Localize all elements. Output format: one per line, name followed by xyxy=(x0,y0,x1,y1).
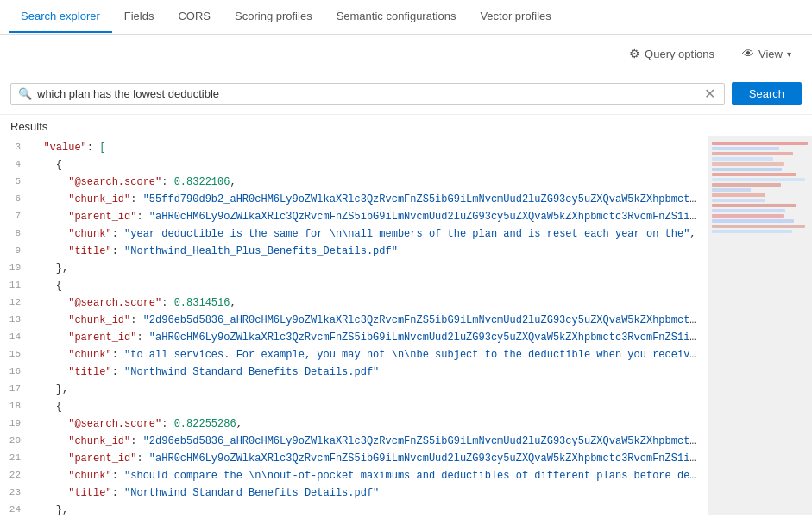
line-content: "chunk_id": "55ffd790d9b2_aHR0cHM6Ly9oZW… xyxy=(31,192,702,208)
line-content: "@search.score": 0.82255286, xyxy=(31,416,242,433)
line-number: 9 xyxy=(7,244,31,259)
preview-line xyxy=(712,162,784,166)
line-number: 17 xyxy=(7,382,31,397)
search-input-wrapper: 🔍 ✕ xyxy=(10,83,725,105)
line-number: 16 xyxy=(7,364,31,380)
tab-search-explorer[interactable]: Search explorer xyxy=(9,1,112,33)
line-number: 23 xyxy=(7,485,31,501)
code-area[interactable]: 3 "value": [4 {5 "@search.score": 0.8322… xyxy=(0,136,708,515)
preview-line xyxy=(712,219,794,223)
code-line: 14 "parent_id": "aHR0cHM6Ly9oZWlkaXRlc3Q… xyxy=(0,330,708,347)
line-content: "chunk": "year deductible is the same fo… xyxy=(31,226,696,243)
preview-line xyxy=(712,142,808,145)
preview-line xyxy=(712,225,805,228)
preview-panel xyxy=(708,136,812,515)
code-line: 4 { xyxy=(0,157,708,174)
code-line: 5 "@search.score": 0.8322106, xyxy=(0,174,708,192)
line-content: "title": "Northwind_Standard_Benefits_De… xyxy=(31,485,379,502)
line-content: }, xyxy=(31,261,68,277)
results-label: Results xyxy=(0,115,812,136)
tab-fields[interactable]: Fields xyxy=(112,1,167,33)
line-number: 24 xyxy=(7,503,31,515)
gear-icon: ⚙ xyxy=(629,47,640,60)
preview-line xyxy=(712,193,765,197)
tab-scoring-profiles[interactable]: Scoring profiles xyxy=(223,1,324,33)
code-line: 11 { xyxy=(0,278,708,295)
line-number: 6 xyxy=(7,192,31,207)
code-line: 7 "parent_id": "aHR0cHM6Ly9oZWlkaXRlc3Qz… xyxy=(0,209,708,226)
line-content: { xyxy=(31,399,62,415)
code-line: 23 "title": "Northwind_Standard_Benefits… xyxy=(0,485,708,503)
tab-semantic-configurations[interactable]: Semantic configurations xyxy=(324,1,469,33)
line-content: "chunk": "should compare the \n\nout-of-… xyxy=(31,468,702,484)
line-number: 15 xyxy=(7,347,31,363)
preview-line xyxy=(712,152,793,155)
line-content: "@search.score": 0.8322106, xyxy=(31,174,236,191)
tab-bar: Search explorer Fields CORS Scoring prof… xyxy=(0,0,812,35)
line-content: "parent_id": "aHR0cHM6Ly9oZWlkaXRlc3QzRv… xyxy=(31,209,702,225)
line-content: { xyxy=(31,278,62,294)
code-line: 24 }, xyxy=(0,503,708,515)
code-line: 9 "title": "Northwind_Health_Plus_Benefi… xyxy=(0,244,708,261)
toolbar: ⚙ Query options 👁 View ▾ xyxy=(0,35,812,73)
view-button[interactable]: 👁 View ▾ xyxy=(735,43,798,64)
line-number: 7 xyxy=(7,209,31,225)
code-line: 17 }, xyxy=(0,382,708,399)
code-line: 12 "@search.score": 0.8314516, xyxy=(0,295,708,313)
preview-line xyxy=(712,147,779,150)
line-number: 20 xyxy=(7,433,31,449)
line-content: "value": [ xyxy=(31,140,105,156)
code-line: 21 "parent_id": "aHR0cHM6Ly9oZWlkaXRlc3Q… xyxy=(0,451,708,468)
line-number: 21 xyxy=(7,451,31,466)
clear-search-button[interactable]: ✕ xyxy=(702,87,717,101)
code-line: 8 "chunk": "year deductible is the same … xyxy=(0,226,708,244)
search-bar-container: 🔍 ✕ Search xyxy=(0,73,812,115)
line-number: 19 xyxy=(7,416,31,432)
line-number: 4 xyxy=(7,157,31,173)
line-number: 22 xyxy=(7,468,31,484)
preview-line xyxy=(712,173,796,176)
line-number: 3 xyxy=(7,140,31,155)
search-icon: 🔍 xyxy=(18,87,32,100)
line-content: { xyxy=(31,157,62,174)
line-number: 18 xyxy=(7,399,31,414)
preview-line xyxy=(712,178,805,181)
line-number: 13 xyxy=(7,313,31,328)
line-number: 8 xyxy=(7,226,31,242)
preview-line xyxy=(712,209,785,212)
preview-line xyxy=(712,157,773,161)
preview-line xyxy=(712,230,792,233)
line-number: 5 xyxy=(7,174,31,190)
line-number: 10 xyxy=(7,261,31,276)
preview-line xyxy=(712,204,796,207)
line-content: }, xyxy=(31,382,68,398)
code-line: 6 "chunk_id": "55ffd790d9b2_aHR0cHM6Ly9o… xyxy=(0,192,708,209)
line-content: "chunk": "to all services. For example, … xyxy=(31,347,702,364)
code-line: 13 "chunk_id": "2d96eb5d5836_aHR0cHM6Ly9… xyxy=(0,313,708,330)
line-number: 12 xyxy=(7,295,31,311)
line-number: 11 xyxy=(7,278,31,294)
results-container: 3 "value": [4 {5 "@search.score": 0.8322… xyxy=(0,136,812,515)
code-line: 3 "value": [ xyxy=(0,140,708,157)
preview-line xyxy=(712,168,782,171)
code-line: 15 "chunk": "to all services. For exampl… xyxy=(0,347,708,364)
search-button[interactable]: Search xyxy=(732,82,802,105)
eye-icon: 👁 xyxy=(742,47,754,60)
preview-line xyxy=(712,214,784,218)
code-line: 20 "chunk_id": "2d96eb5d5836_aHR0cHM6Ly9… xyxy=(0,433,708,451)
preview-line xyxy=(712,183,781,187)
tab-vector-profiles[interactable]: Vector profiles xyxy=(468,1,563,33)
preview-line xyxy=(712,199,765,202)
code-line: 22 "chunk": "should compare the \n\nout-… xyxy=(0,468,708,485)
code-line: 10 }, xyxy=(0,261,708,278)
line-content: }, xyxy=(31,503,68,515)
search-input[interactable] xyxy=(37,87,702,100)
code-line: 19 "@search.score": 0.82255286, xyxy=(0,416,708,433)
query-options-button[interactable]: ⚙ Query options xyxy=(622,43,721,64)
chevron-down-icon: ▾ xyxy=(787,49,791,59)
line-number: 14 xyxy=(7,330,31,345)
code-line: 16 "title": "Northwind_Standard_Benefits… xyxy=(0,364,708,382)
tab-cors[interactable]: CORS xyxy=(166,1,223,33)
line-content: "parent_id": "aHR0cHM6Ly9oZWlkaXRlc3QzRv… xyxy=(31,330,702,346)
line-content: "@search.score": 0.8314516, xyxy=(31,295,236,312)
